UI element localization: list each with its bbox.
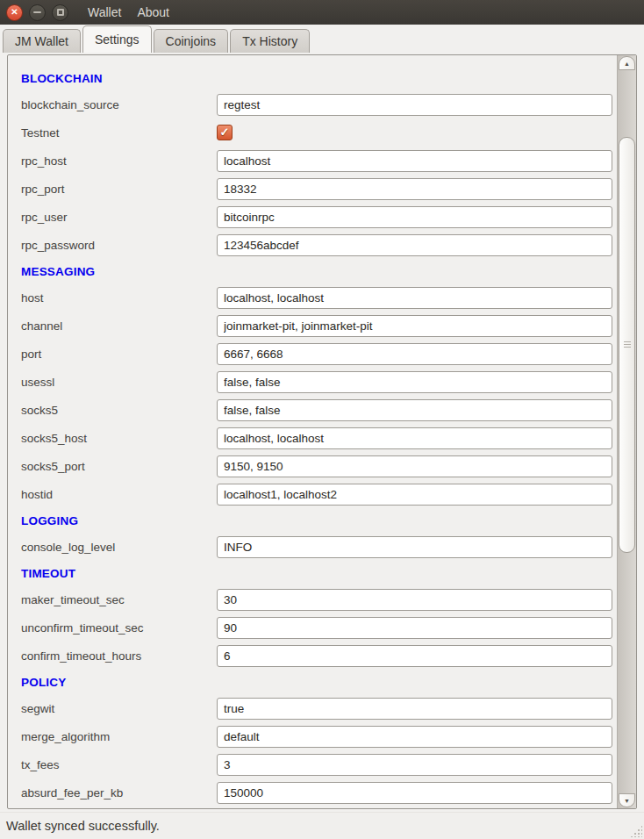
section-header-row: LOGGING: [21, 508, 612, 533]
rpc_password-input[interactable]: [217, 234, 612, 256]
scrollbar-track[interactable]: [618, 70, 636, 793]
section-header: LOGGING: [21, 514, 78, 527]
maximize-button[interactable]: [52, 4, 68, 21]
scrollbar-thumb[interactable]: [619, 137, 635, 553]
usessl-input[interactable]: [217, 371, 612, 393]
blockchain_source-input[interactable]: [217, 94, 612, 116]
minimize-button[interactable]: [29, 4, 46, 21]
status-bar: Wallet synced successfully.: [0, 812, 644, 839]
field-label: merge_algorithm: [21, 730, 217, 743]
scrollbar-down-button[interactable]: ▼: [619, 793, 635, 807]
settings-form: BLOCKCHAINblockchain_sourceTestnet✓rpc_h…: [8, 55, 617, 808]
field-label: socks5: [21, 404, 217, 417]
merge_algorithm-input[interactable]: [217, 726, 612, 748]
menubar: Wallet About: [80, 0, 177, 25]
absurd_fee_per_kb-input[interactable]: [217, 782, 612, 804]
field-label: rpc_user: [21, 211, 217, 224]
field-label: maker_timeout_sec: [21, 593, 217, 606]
field-label: Testnet: [21, 126, 217, 140]
field-label: host: [21, 291, 217, 305]
form-row: host: [21, 283, 612, 312]
form-row: socks5: [21, 396, 612, 424]
rpc_port-input[interactable]: [217, 178, 612, 200]
form-row: Testnet✓: [21, 118, 612, 147]
unconfirm_timeout_sec-input[interactable]: [217, 617, 612, 639]
form-row: confirm_timeout_hours: [21, 642, 612, 670]
settings-scroll-area: BLOCKCHAINblockchain_sourceTestnet✓rpc_h…: [7, 54, 637, 809]
scrollbar-up-icon: ▲: [624, 61, 630, 67]
scrollbar-down-icon: ▼: [624, 798, 630, 804]
form-row: rpc_host: [21, 147, 612, 175]
socks5_port-input[interactable]: [217, 455, 612, 477]
field-label: rpc_port: [21, 183, 217, 196]
port-input[interactable]: [217, 343, 612, 365]
field-label: absurd_fee_per_kb: [21, 786, 217, 800]
console_log_level-input[interactable]: [217, 536, 612, 558]
titlebar[interactable]: ✕ Wallet About: [0, 0, 644, 25]
maker_timeout_sec-input[interactable]: [217, 589, 612, 611]
menu-wallet[interactable]: Wallet: [80, 0, 129, 25]
menu-about[interactable]: About: [129, 0, 177, 25]
form-row: hostid: [21, 480, 612, 508]
form-row: segwit: [21, 694, 612, 722]
section-header-row: MESSAGING: [21, 259, 612, 283]
form-row: usessl: [21, 368, 612, 396]
section-header: POLICY: [21, 676, 66, 689]
form-row: channel: [21, 312, 612, 340]
resize-grip-icon[interactable]: [630, 825, 642, 837]
tab-tx-history[interactable]: Tx History: [230, 29, 310, 53]
form-row: console_log_level: [21, 533, 612, 561]
form-row: port: [21, 340, 612, 368]
section-header-row: TIMEOUT: [21, 561, 612, 585]
form-row: rpc_port: [21, 175, 612, 203]
field-label: usessl: [21, 376, 217, 389]
field-label: tx_fees: [21, 758, 217, 771]
channel-input[interactable]: [217, 315, 612, 337]
maximize-icon: [57, 9, 64, 16]
tx_fees-input[interactable]: [217, 754, 612, 776]
minimize-icon: [33, 11, 41, 13]
field-label: segwit: [21, 702, 217, 715]
checkmark-icon: ✓: [220, 126, 230, 138]
field-label: channel: [21, 319, 217, 333]
form-row: maker_timeout_sec: [21, 585, 612, 613]
socks5-input[interactable]: [217, 399, 612, 421]
field-label: hostid: [21, 488, 217, 501]
segwit-input[interactable]: [217, 698, 612, 720]
field-label: socks5_port: [21, 460, 217, 473]
host-input[interactable]: [217, 287, 612, 309]
section-header: TIMEOUT: [21, 567, 75, 580]
socks5_host-input[interactable]: [217, 427, 612, 449]
form-row: [21, 807, 612, 808]
close-button[interactable]: ✕: [6, 4, 23, 21]
field-label: socks5_host: [21, 432, 217, 445]
confirm_timeout_hours-input[interactable]: [217, 645, 612, 667]
window-buttons: ✕: [6, 4, 68, 21]
scrollbar-grip-icon: [624, 341, 631, 348]
field-label: rpc_password: [21, 239, 217, 252]
field-label: port: [21, 348, 217, 361]
section-header-row: BLOCKCHAIN: [21, 66, 612, 90]
section-header: BLOCKCHAIN: [21, 72, 103, 85]
form-row: tx_fees: [21, 750, 612, 778]
vertical-scrollbar[interactable]: ▲ ▼: [617, 55, 636, 808]
field-label: rpc_host: [21, 154, 217, 168]
form-row: socks5_host: [21, 424, 612, 452]
rpc_user-input[interactable]: [217, 206, 612, 228]
form-row: socks5_port: [21, 452, 612, 480]
tab-settings[interactable]: Settings: [82, 25, 152, 53]
rpc_host-input[interactable]: [217, 150, 612, 172]
close-icon: ✕: [11, 8, 18, 17]
hostid-input[interactable]: [217, 484, 612, 506]
testnet-checkbox[interactable]: ✓: [217, 125, 233, 140]
form-row: absurd_fee_per_kb: [21, 778, 612, 807]
section-header: MESSAGING: [21, 265, 95, 278]
tab-coinjoins[interactable]: Coinjoins: [154, 29, 229, 53]
scrollbar-up-button[interactable]: ▲: [619, 56, 635, 70]
field-label: unconfirm_timeout_sec: [21, 621, 217, 635]
form-row: rpc_user: [21, 203, 612, 231]
form-row: unconfirm_timeout_sec: [21, 613, 612, 642]
tab-jm-wallet[interactable]: JM Wallet: [3, 29, 81, 53]
settings-page: BLOCKCHAINblockchain_sourceTestnet✓rpc_h…: [0, 53, 644, 812]
field-label: confirm_timeout_hours: [21, 649, 217, 663]
